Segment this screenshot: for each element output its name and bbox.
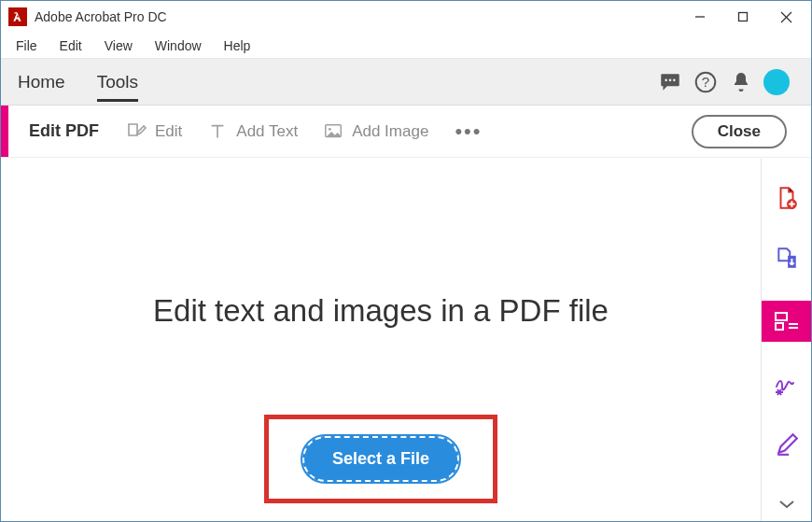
edit-tool-icon — [125, 120, 147, 143]
rail-edit-pdf-button[interactable] — [762, 301, 812, 342]
notifications-button[interactable] — [723, 64, 759, 100]
messages-button[interactable] — [652, 64, 688, 100]
edit-tool-label: Edit — [155, 122, 182, 141]
top-nav: Home Tools ? — [1, 59, 811, 106]
svg-point-10 — [329, 127, 331, 130]
signature-icon — [774, 374, 800, 396]
menubar: File Edit View Window Help — [1, 33, 811, 59]
menu-window[interactable]: Window — [144, 35, 213, 57]
pencil-icon — [775, 432, 799, 457]
svg-point-4 — [665, 78, 667, 81]
help-icon: ? — [693, 70, 718, 94]
help-button[interactable]: ? — [688, 64, 723, 100]
acrobat-logo-icon — [11, 10, 24, 23]
rail-combine-button[interactable] — [770, 241, 804, 275]
toolbar-title: Edit PDF — [29, 121, 99, 141]
svg-point-5 — [669, 78, 672, 81]
maximize-button[interactable] — [721, 2, 764, 32]
edit-tool-button[interactable]: Edit — [125, 120, 182, 143]
add-image-icon — [322, 120, 344, 143]
menu-edit[interactable]: Edit — [49, 35, 93, 57]
rail-sign-button[interactable] — [770, 368, 804, 402]
svg-point-6 — [673, 78, 676, 81]
svg-rect-13 — [776, 323, 783, 330]
svg-rect-12 — [776, 313, 787, 320]
highlight-box: Select a File — [264, 415, 497, 503]
close-toolstrip-button[interactable]: Close — [692, 115, 787, 148]
avatar-icon — [763, 69, 790, 95]
account-button[interactable] — [759, 64, 794, 100]
bell-icon — [730, 71, 752, 93]
more-tools-button[interactable]: ••• — [455, 120, 482, 144]
edit-toolbar: Edit PDF Edit Add Text Add Image ••• Clo… — [1, 106, 811, 158]
maximize-icon — [737, 11, 749, 22]
select-file-button[interactable]: Select a File — [302, 436, 459, 482]
add-text-label: Add Text — [236, 122, 298, 141]
tab-home[interactable]: Home — [18, 63, 65, 102]
menu-view[interactable]: View — [93, 35, 144, 57]
add-text-icon — [206, 120, 229, 143]
main-content: Edit text and images in a PDF file Selec… — [1, 159, 761, 521]
close-window-button[interactable] — [764, 2, 807, 32]
tab-tools[interactable]: Tools — [97, 63, 138, 102]
svg-text:?: ? — [702, 74, 709, 90]
minimize-button[interactable] — [679, 2, 721, 32]
close-icon — [780, 11, 792, 23]
acrobat-app-icon — [8, 7, 27, 26]
main-headline: Edit text and images in a PDF file — [153, 293, 609, 329]
add-image-label: Add Image — [352, 122, 428, 141]
menu-file[interactable]: File — [5, 35, 49, 57]
rail-fill-sign-button[interactable] — [770, 428, 804, 461]
chevron-down-icon — [778, 499, 795, 510]
combine-icon — [775, 246, 799, 270]
menu-help[interactable]: Help — [213, 35, 262, 57]
svg-rect-1 — [739, 13, 748, 21]
speech-bubble-icon — [658, 70, 682, 94]
create-pdf-icon — [775, 186, 799, 210]
add-text-button[interactable]: Add Text — [206, 120, 298, 143]
rail-create-pdf-button[interactable] — [770, 181, 804, 215]
add-image-button[interactable]: Add Image — [322, 120, 428, 143]
titlebar: Adobe Acrobat Pro DC — [1, 1, 811, 33]
minimize-icon — [694, 11, 706, 22]
rail-expand-button[interactable] — [770, 487, 804, 521]
window-title: Adobe Acrobat Pro DC — [35, 9, 167, 24]
ellipsis-icon: ••• — [455, 120, 482, 144]
right-tool-rail — [761, 159, 811, 521]
toolbar-accent — [1, 106, 8, 157]
edit-layout-icon — [774, 311, 800, 332]
